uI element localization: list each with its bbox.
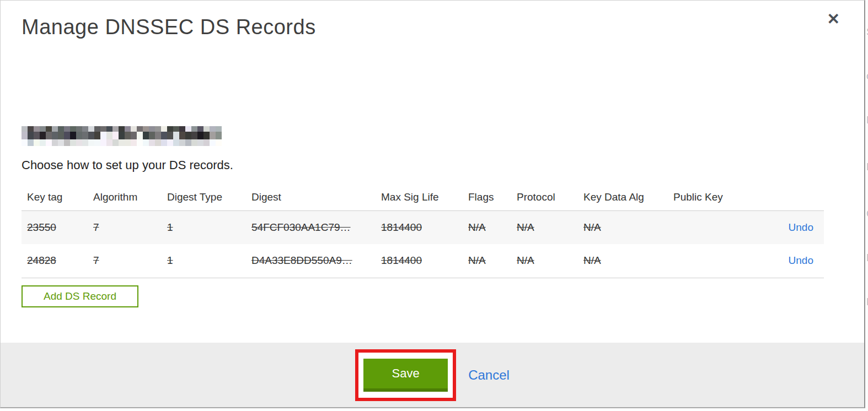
cell-flags: N/A xyxy=(463,244,511,278)
cell-key-tag: 23550 xyxy=(22,210,88,244)
add-ds-record-button[interactable]: Add DS Record xyxy=(22,285,138,307)
cell-public-key xyxy=(668,210,767,244)
cell-actions: Undo xyxy=(767,210,824,244)
cell-key-data-alg: N/A xyxy=(578,210,668,244)
col-header-public-key: Public Key xyxy=(668,185,767,210)
subtitle-text: Choose how to set up your DS records. xyxy=(22,158,823,172)
col-header-actions xyxy=(767,185,824,210)
annotation-highlight-box: Save xyxy=(355,349,456,401)
col-header-digest: Digest xyxy=(246,185,376,210)
cell-protocol: N/A xyxy=(511,244,578,278)
cell-max-sig-life: 1814400 xyxy=(376,244,463,278)
modal-footer: Save Cancel xyxy=(1,343,864,407)
col-header-digest-type: Digest Type xyxy=(162,185,246,210)
manage-dnssec-modal: ✕ Manage DNSSEC DS Records Choose how to… xyxy=(0,0,865,408)
cell-digest-type: 1 xyxy=(162,244,246,278)
save-button[interactable]: Save xyxy=(363,359,448,392)
redacted-domain-name xyxy=(22,126,222,146)
cell-actions: Undo xyxy=(767,244,824,278)
undo-link[interactable]: Undo xyxy=(789,221,813,233)
col-header-max-sig-life: Max Sig Life xyxy=(376,185,463,210)
ds-records-table: Key tag Algorithm Digest Type Digest Max… xyxy=(22,185,824,278)
cancel-link[interactable]: Cancel xyxy=(468,367,510,383)
cell-digest-type: 1 xyxy=(162,210,246,244)
col-header-protocol: Protocol xyxy=(511,185,578,210)
table-row: 24828 7 1 D4A33E8DD550A9… 1814400 N/A N/… xyxy=(22,244,824,278)
table-row: 23550 7 1 54FCF030AA1C79… 1814400 N/A N/… xyxy=(22,210,824,244)
col-header-key-data-alg: Key Data Alg xyxy=(578,185,668,210)
cell-digest: 54FCF030AA1C79… xyxy=(246,210,376,244)
cell-algorithm: 7 xyxy=(88,244,162,278)
col-header-flags: Flags xyxy=(463,185,511,210)
cell-flags: N/A xyxy=(463,210,511,244)
cell-algorithm: 7 xyxy=(88,210,162,244)
cell-key-tag: 24828 xyxy=(22,244,88,278)
modal-body: Manage DNSSEC DS Records Choose how to s… xyxy=(1,15,864,307)
cell-public-key xyxy=(668,244,767,278)
col-header-key-tag: Key tag xyxy=(22,185,88,210)
cell-digest: D4A33E8DD550A9… xyxy=(246,244,376,278)
table-header-row: Key tag Algorithm Digest Type Digest Max… xyxy=(22,185,824,210)
cell-max-sig-life: 1814400 xyxy=(376,210,463,244)
cell-protocol: N/A xyxy=(511,210,578,244)
cell-key-data-alg: N/A xyxy=(578,244,668,278)
page-title: Manage DNSSEC DS Records xyxy=(22,15,823,39)
col-header-algorithm: Algorithm xyxy=(88,185,162,210)
undo-link[interactable]: Undo xyxy=(789,255,813,266)
screen: ✕ Manage DNSSEC DS Records Choose how to… xyxy=(0,0,868,411)
